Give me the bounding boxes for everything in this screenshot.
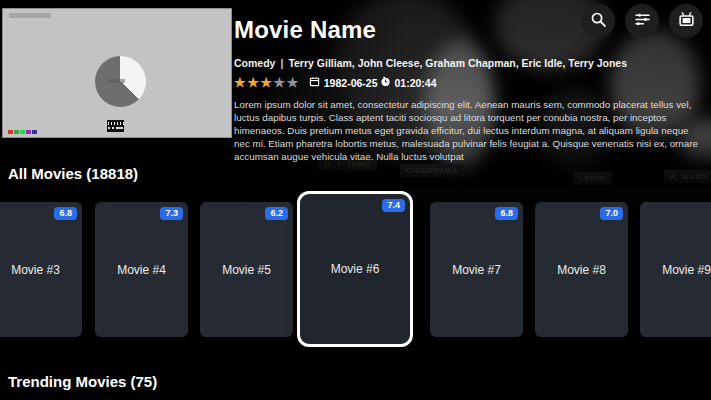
preview-timestamp-overlay [9, 13, 51, 18]
section-title-trending-movies: Trending Movies (75) [8, 373, 157, 390]
movie-description: Lorem ipsum dolor sit amet, consectetur … [234, 98, 702, 163]
movie-card[interactable]: 6.8 Movie #3 [0, 202, 82, 337]
movie-card-label: Movie #9 [662, 263, 711, 277]
preview-pie-label [107, 79, 125, 83]
color-swatch [20, 130, 25, 134]
movie-card-label: Movie #4 [117, 263, 166, 277]
star-filled-icon: ★ [234, 75, 247, 90]
meta-separator: | [280, 57, 283, 69]
star-empty-icon: ★ [287, 75, 300, 90]
movie-card-focused[interactable]: 7.4 Movie #6 [297, 191, 413, 347]
preview-color-strip [8, 130, 37, 134]
rating-row: ★★★★★ 1982-06-25 01:20:44 [234, 76, 704, 89]
movie-card-label: Movie #7 [452, 263, 501, 277]
movie-card[interactable]: 7 Movie #9 [640, 202, 711, 337]
color-swatch [8, 130, 13, 134]
movie-genre: Comedy [234, 57, 275, 69]
rating-badge: 6.8 [54, 207, 77, 220]
movie-card-label: Movie #5 [222, 263, 271, 277]
clock-icon [378, 76, 395, 89]
rating-badge: 7.0 [600, 207, 623, 220]
movie-card-label: Movie #3 [11, 263, 60, 277]
preview-barcode-graphic [107, 120, 124, 132]
movie-card[interactable]: 7.3 Movie #4 [95, 202, 188, 337]
movie-details-panel: Movie Name Comedy|Terry Gilliam, John Cl… [234, 16, 704, 163]
star-empty-icon: ★ [273, 75, 286, 90]
movie-card-label: Movie #6 [331, 262, 380, 276]
movie-meta-line: Comedy|Terry Gilliam, John Cleese, Graha… [234, 57, 704, 69]
release-date: 1982-06-25 [324, 77, 378, 89]
rating-badge: 6.8 [495, 207, 518, 220]
color-swatch [14, 130, 19, 134]
section-title-all-movies: All Movies (18818) [8, 165, 138, 182]
color-swatch [26, 130, 31, 134]
movie-browser-app: { "header": { "title": "Movie Name", "ge… [0, 0, 711, 400]
calendar-icon [307, 76, 324, 89]
rating-badge: 6.2 [265, 207, 288, 220]
movie-cast: Terry Gilliam, John Cleese, Graham Chapm… [288, 57, 627, 69]
movie-card[interactable]: 6.2 Movie #5 [200, 202, 293, 337]
rating-badge: 7.4 [382, 199, 405, 212]
movie-card[interactable]: 7.0 Movie #8 [535, 202, 628, 337]
star-filled-icon: ★ [247, 75, 260, 90]
color-swatch [32, 130, 37, 134]
video-preview-player[interactable] [2, 8, 232, 138]
rating-badge: 7.3 [160, 207, 183, 220]
movie-duration: 01:20:44 [395, 77, 437, 89]
star-rating: ★★★★★ [234, 76, 300, 89]
star-filled-icon: ★ [260, 75, 273, 90]
movie-card-label: Movie #8 [557, 263, 606, 277]
movie-card[interactable]: 6.8 Movie #7 [430, 202, 523, 337]
movie-title: Movie Name [234, 16, 704, 44]
